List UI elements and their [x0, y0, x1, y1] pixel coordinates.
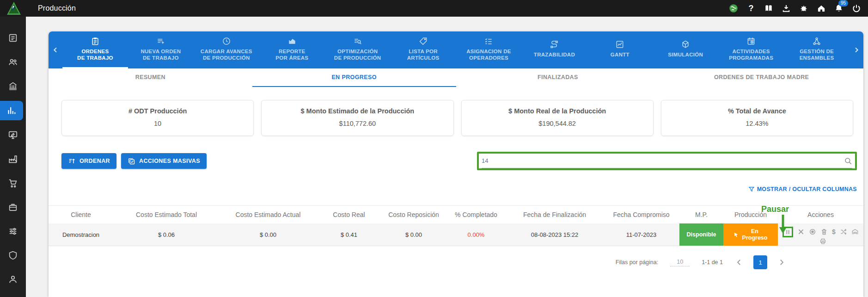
search-input[interactable] — [482, 157, 844, 164]
tab-label: DE PRODUCCIÓN — [201, 55, 252, 61]
col-header-fecha-finalizacion: Fecha de Finalización — [506, 211, 603, 218]
search-list-icon — [353, 37, 362, 46]
sidebar-item-news[interactable] — [4, 29, 22, 47]
close-icon[interactable] — [797, 228, 805, 235]
chevron-left-icon — [52, 46, 59, 54]
tabs-scroll-right[interactable] — [850, 31, 863, 68]
manual-icon[interactable] — [764, 3, 774, 13]
status-subtabs: RESUMEN EN PROGRESO FINALIZADAS ORDENES … — [49, 68, 863, 87]
sidebar-item-factory[interactable] — [4, 150, 22, 168]
cell-costo-real: $ 0.41 — [317, 223, 381, 246]
ordenar-button[interactable]: ORDENAR — [61, 153, 116, 169]
subtab-finalizadas[interactable]: FINALIZADAS — [456, 68, 660, 87]
trash-icon[interactable] — [820, 228, 828, 235]
sidebar-item-production[interactable] — [0, 101, 23, 120]
table-row[interactable]: Demostracion $ 0.06 $ 0.00 $ 0.41 $ 0.00… — [49, 223, 863, 246]
home-icon[interactable] — [816, 3, 826, 13]
app-logo — [6, 1, 21, 15]
stat-value: $190,544.82 — [466, 120, 648, 127]
tab-label: POR ÁREAS — [275, 55, 308, 61]
tab-gantt[interactable]: GANTT — [587, 31, 653, 68]
produccion-status-badge[interactable]: En Progreso — [723, 223, 778, 246]
tab-label: ASIGNACION DE — [466, 48, 511, 55]
tabs-scroll-left[interactable] — [49, 31, 62, 68]
pausar-arrow-icon — [779, 215, 787, 234]
page-1-button[interactable]: 1 — [753, 255, 767, 269]
topbar: Producción ? 95 — [0, 0, 868, 17]
stat-card-monto-real: $ Monto Real de la Producción $190,544.8… — [461, 100, 654, 136]
dollar-icon[interactable]: $ — [832, 228, 836, 235]
tab-asignacion-operadores[interactable]: ASIGNACION DEOPERADORES — [456, 31, 522, 68]
tab-label: GESTIÓN DE — [800, 48, 834, 55]
tab-label: OPERADORES — [466, 55, 511, 61]
printer-icon[interactable] — [819, 238, 826, 245]
mp-status-badge[interactable]: Disponible — [679, 223, 723, 246]
cell-acciones: $ — [778, 223, 863, 246]
page-prev-icon[interactable] — [735, 258, 743, 266]
cube-icon — [681, 40, 690, 49]
search-icon[interactable] — [844, 157, 852, 165]
target-icon[interactable] — [809, 228, 816, 235]
rows-per-page-select[interactable]: 10 — [670, 259, 690, 266]
show-hide-columns-link[interactable]: MOSTRAR / OCULTAR COLUMNAS — [49, 170, 863, 194]
monitor-edit-icon — [8, 130, 18, 140]
tab-label: GANTT — [611, 51, 630, 58]
warehouse-icon[interactable] — [851, 228, 859, 235]
page-next-icon[interactable] — [777, 258, 786, 266]
bank-icon — [8, 81, 18, 91]
tab-label: LISTA POR — [407, 48, 440, 55]
checklist-icon — [484, 37, 493, 46]
tab-actividades[interactable]: ACTIVIDADESPROGRAMADAS — [718, 31, 784, 68]
content-card: ORDENESDE TRABAJO NUEVA ORDENDE TRABAJO … — [49, 31, 863, 297]
tab-label: SIMULACIÓN — [668, 51, 703, 58]
download-icon[interactable] — [781, 3, 791, 13]
power-icon[interactable] — [851, 3, 862, 13]
tab-optimizacion[interactable]: OPTIMIZACIÓNDE PRODUCCIÓN — [325, 31, 391, 68]
cell-pct-completado: 0.00% — [446, 223, 506, 246]
subtab-resumen[interactable]: RESUMEN — [49, 68, 252, 87]
tab-lista-articulos[interactable]: LISTA PORARTÍCULOS — [391, 31, 456, 68]
sidebar-item-people[interactable] — [4, 53, 22, 71]
page-title: Producción — [38, 4, 76, 12]
cell-costo-reposicion: $ 0.00 — [381, 223, 446, 246]
bug-icon[interactable] — [799, 3, 809, 13]
sidebar-item-jobs[interactable] — [4, 198, 22, 217]
sidebar-item-monitor[interactable] — [4, 126, 22, 144]
stat-card-odt: # ODT Producción 10 — [61, 100, 254, 136]
bell-icon[interactable]: 95 — [834, 3, 844, 13]
link-label: MOSTRAR / OCULTAR COLUMNAS — [757, 186, 857, 192]
stat-card-monto-estimado: $ Monto Estimado de la Producción $110,7… — [261, 100, 453, 136]
button-label: ORDENAR — [79, 158, 110, 164]
tab-label: DE TRABAJO — [141, 55, 181, 61]
acciones-masivas-button[interactable]: ACCIONES MASIVAS — [121, 153, 207, 169]
tab-label: ENSAMBLES — [800, 55, 834, 61]
pagination-range: 1-1 de 1 — [702, 259, 723, 266]
sidebar — [0, 17, 26, 297]
cursor-icon — [733, 232, 739, 238]
cart-icon — [8, 178, 18, 188]
tab-reporte-areas[interactable]: REPORTEPOR ÁREAS — [259, 31, 325, 68]
tab-label: OPTIMIZACIÓN — [334, 48, 381, 55]
tab-cargar-avances[interactable]: CARGAR AVANCESDE PRODUCCIÓN — [194, 31, 259, 68]
stat-label: # ODT Producción — [67, 107, 249, 115]
sidebar-item-company[interactable] — [4, 77, 22, 95]
globe-icon[interactable] — [728, 3, 739, 13]
tab-trazabilidad[interactable]: TRAZABILIDAD — [521, 31, 587, 68]
help-icon[interactable]: ? — [746, 3, 756, 13]
subtab-ordenes-madre[interactable]: ORDENES DE TRABAJO MADRE — [660, 68, 863, 87]
search-highlight-box — [477, 152, 857, 170]
tab-simulacion[interactable]: SIMULACIÓN — [653, 31, 718, 68]
tab-gestion-ensambles[interactable]: GESTIÓN DEENSAMBLES — [784, 31, 850, 68]
tab-nueva-orden[interactable]: NUEVA ORDENDE TRABAJO — [128, 31, 194, 68]
sidebar-item-profile[interactable] — [4, 270, 22, 289]
toolbar: ORDENAR ACCIONES MASIVAS — [49, 136, 863, 170]
sidebar-item-purchases[interactable] — [4, 174, 22, 192]
clock-icon — [222, 37, 231, 46]
shuffle-icon[interactable] — [840, 228, 847, 235]
tab-ordenes-de-trabajo[interactable]: ORDENESDE TRABAJO — [62, 31, 128, 68]
sidebar-item-security[interactable] — [4, 246, 22, 265]
subtab-en-progreso[interactable]: EN PROGRESO — [252, 68, 456, 87]
col-header-costo-reposicion: Costo Reposición — [381, 211, 446, 218]
tab-label: ARTÍCULOS — [407, 55, 440, 61]
sidebar-item-settings[interactable] — [4, 222, 22, 241]
